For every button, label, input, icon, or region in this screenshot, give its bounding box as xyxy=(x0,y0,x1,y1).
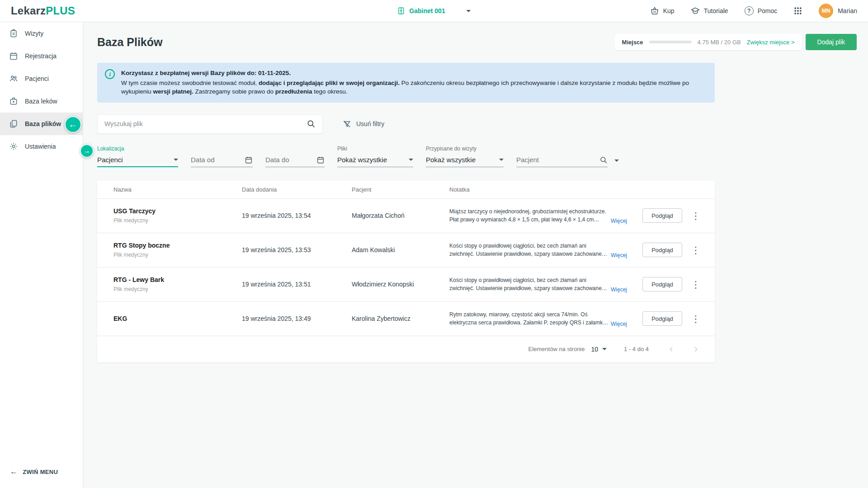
info-icon: i xyxy=(105,69,115,79)
preview-button[interactable]: Podgląd xyxy=(642,208,682,223)
filter-data-do[interactable] xyxy=(265,153,325,167)
next-page-button[interactable] xyxy=(690,344,701,355)
trial-info-banner: i Korzystasz z bezpłatnej wersji Bazy pl… xyxy=(97,63,715,103)
collapse-menu-button[interactable]: ← ZWIŃ MENU xyxy=(0,457,83,488)
left-arrow-icon: ← xyxy=(69,119,78,130)
sidebar: Wizyty Rejestracja Pacjenci Baza leków B… xyxy=(0,22,83,488)
search-input[interactable] xyxy=(104,120,307,127)
table-header-row: Nazwa Data dodania Pacjent Notatka xyxy=(97,181,715,199)
storage-label: Miejsce xyxy=(622,39,643,46)
chevron-left-icon xyxy=(667,345,675,353)
page-range: 1 - 4 do 4 xyxy=(624,346,649,352)
clear-filters-button[interactable]: Usuń filtry xyxy=(343,120,384,128)
table-row: RTG - Lewy Bark Plik medyczny 19 wrześni… xyxy=(97,267,715,302)
sidebar-item-label: Wizyty xyxy=(25,30,43,37)
cabinet-label: Gabinet 001 xyxy=(409,7,445,14)
sidebar-item-label: Baza leków xyxy=(25,98,57,105)
cabinet-selector[interactable]: Gabinet 001 xyxy=(397,7,471,15)
filter-wizyty-label: Przypisane do wizyty xyxy=(426,145,504,152)
chevron-down-icon[interactable] xyxy=(614,160,619,162)
cabinet-icon xyxy=(397,7,405,15)
registration-calendar-icon xyxy=(9,52,18,61)
file-note: Kości stopy o prawidłowej ciągłości, bez… xyxy=(449,242,609,258)
storage-increase-link[interactable]: Zwiększ miejsce > xyxy=(747,39,795,46)
kebab-menu-icon[interactable]: ⋮ xyxy=(689,312,703,325)
user-menu[interactable]: MN Marian xyxy=(819,4,857,18)
annotation-arrow-left: ← xyxy=(65,116,81,133)
more-link[interactable]: Więcej xyxy=(611,286,627,293)
filter-bar: Lokalizacja Pacjenci Pliki xyxy=(97,145,715,167)
kebab-menu-icon[interactable]: ⋮ xyxy=(689,209,703,222)
file-patient: Karolina Zybertowicz xyxy=(352,315,449,322)
calendar-icon[interactable] xyxy=(316,156,325,164)
page-header: Baza Plików Miejsce 4.75 MB / 20 GB Zwię… xyxy=(97,32,857,52)
settings-gear-icon xyxy=(9,142,18,151)
filter-pliki-value[interactable]: Pokaż wszystkie xyxy=(337,156,387,164)
search-icon[interactable] xyxy=(599,156,608,164)
pomoc-label: Pomoc xyxy=(758,7,778,14)
per-page-select[interactable]: 10 xyxy=(591,346,607,353)
file-note: Rytm zatokowy, miarowy, częstość akcji s… xyxy=(449,310,609,327)
tutoriale-button[interactable]: Tutoriale xyxy=(691,6,728,15)
left-arrow-icon: ← xyxy=(10,467,18,476)
calendar-icon[interactable] xyxy=(245,156,253,164)
pomoc-button[interactable]: ? Pomoc xyxy=(745,6,778,15)
filter-pacjent[interactable] xyxy=(516,153,619,167)
sidebar-nav: Wizyty Rejestracja Pacjenci Baza leków B… xyxy=(0,22,83,158)
more-link[interactable]: Więcej xyxy=(611,321,627,327)
sidebar-item-rejestracja[interactable]: Rejestracja xyxy=(0,45,83,67)
app-logo[interactable]: LekarzPLUS xyxy=(11,5,75,17)
storage-progressbar xyxy=(649,41,692,43)
patients-icon xyxy=(9,74,18,83)
patient-search-input[interactable] xyxy=(516,156,596,164)
per-page-label: Elementów na stronie xyxy=(528,346,585,352)
more-link[interactable]: Więcej xyxy=(611,252,627,258)
filter-pliki[interactable]: Pliki Pokaż wszystkie xyxy=(337,145,413,167)
filter-przypisane-do-wizyty[interactable]: Przypisane do wizyty Pokaż wszystkie xyxy=(426,145,504,167)
preview-button[interactable]: Podgląd xyxy=(642,311,682,326)
sidebar-item-baza-lekow[interactable]: Baza leków xyxy=(0,90,83,113)
add-file-button[interactable]: Dodaj plik xyxy=(806,34,857,50)
storage-widget: Miejsce 4.75 MB / 20 GB Zwiększ miejsce … xyxy=(615,34,802,50)
search-icon[interactable] xyxy=(307,119,316,128)
file-search-box[interactable] xyxy=(97,114,323,134)
filter-lokalizacja[interactable]: Lokalizacja Pacjenci xyxy=(97,145,178,167)
sidebar-item-label: Pacjenci xyxy=(25,75,49,82)
right-arrow-icon: → xyxy=(83,147,90,155)
column-header-notatka: Notatka xyxy=(449,186,642,193)
column-header-nazwa: Nazwa xyxy=(113,186,242,193)
file-name: EKG xyxy=(113,315,242,322)
column-header-data-dodania: Data dodania xyxy=(242,186,352,193)
per-page-value: 10 xyxy=(591,346,598,353)
prev-page-button[interactable] xyxy=(666,344,677,355)
logo-part-plus: PLUS xyxy=(46,5,75,17)
kebab-menu-icon[interactable]: ⋮ xyxy=(689,244,703,257)
apps-grid-icon xyxy=(793,6,802,15)
sidebar-item-pacjenci[interactable]: Pacjenci xyxy=(0,67,83,90)
user-name: Marian xyxy=(838,7,857,14)
filter-wizyty-value[interactable]: Pokaż wszystkie xyxy=(426,156,476,164)
banner-segment-bold: wersji płatnej. xyxy=(153,88,193,95)
date-from-input[interactable] xyxy=(191,156,241,164)
banner-title: Korzystasz z bezpłatnej wersji Bazy plik… xyxy=(121,69,706,78)
apps-grid-button[interactable] xyxy=(793,6,802,15)
sidebar-item-wizyty[interactable]: Wizyty xyxy=(0,22,83,45)
preview-button[interactable]: Podgląd xyxy=(642,243,682,257)
sidebar-item-ustawienia[interactable]: Ustawienia xyxy=(0,135,83,158)
filter-data-od[interactable] xyxy=(191,153,253,167)
top-right-nav: Kup Tutoriale ? Pomoc MN Marian xyxy=(650,4,857,18)
date-to-input[interactable] xyxy=(265,156,313,164)
top-bar: LekarzPLUS Gabinet 001 Kup Tutoriale ? P… xyxy=(0,0,868,22)
filter-lokalizacja-value[interactable]: Pacjenci xyxy=(97,156,123,164)
file-type: Plik medyczny xyxy=(113,286,242,292)
file-patient: Włodzimierz Konopski xyxy=(352,281,449,288)
preview-button[interactable]: Podgląd xyxy=(642,277,682,291)
files-table: Nazwa Data dodania Pacjent Notatka USG T… xyxy=(97,181,715,362)
banner-text: Korzystasz z bezpłatnej wersji Bazy plik… xyxy=(121,69,706,96)
kebab-menu-icon[interactable]: ⋮ xyxy=(689,278,703,291)
kup-button[interactable]: Kup xyxy=(650,6,675,15)
page-title: Baza Plików xyxy=(97,36,163,49)
more-link[interactable]: Więcej xyxy=(611,218,627,224)
table-row: USG Tarczycy Plik medyczny 19 września 2… xyxy=(97,199,715,233)
annotation-arrow-right: → xyxy=(80,144,94,158)
